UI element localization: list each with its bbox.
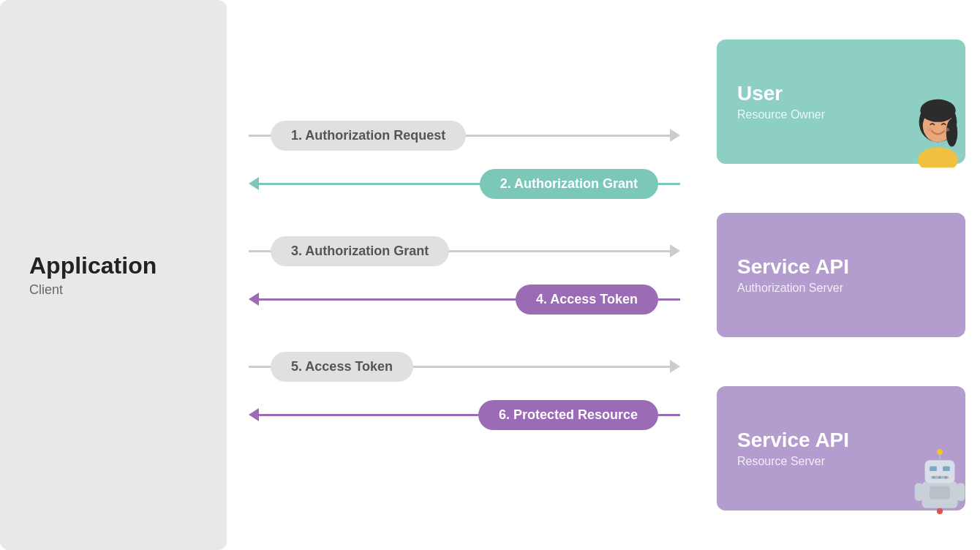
svg-point-6 (943, 127, 949, 131)
svg-rect-12 (943, 467, 950, 472)
arrow-row-5: 5. Access Token (249, 347, 680, 385)
right-seg-4 (658, 298, 680, 301)
right-segment-4 (259, 298, 516, 301)
arrow-protected-resource: 6. Protected Resource (249, 400, 680, 430)
svg-point-14 (932, 476, 935, 478)
left-segment-5 (249, 366, 271, 368)
svg-point-10 (937, 449, 943, 455)
right-segment (466, 135, 670, 137)
arrowhead-right (670, 129, 680, 142)
svg-rect-17 (930, 486, 950, 500)
person-avatar-icon (903, 98, 973, 167)
right-segment-2 (259, 183, 480, 185)
arrow-auth-grant-3: 3. Authorization Grant (249, 236, 680, 266)
left-panel: Application Client (0, 0, 227, 550)
arrow-row-1: 1. Authorization Request (249, 116, 680, 154)
arrow-auth-grant-1: 2. Authorization Grant (249, 169, 680, 199)
robot-avatar-icon (907, 448, 973, 514)
svg-rect-19 (915, 483, 923, 502)
svg-point-16 (945, 476, 947, 478)
flow-section-3: 5. Access Token 6. Protected Resource (249, 347, 680, 434)
arrow-auth-request: 1. Authorization Request (249, 121, 680, 151)
svg-rect-11 (930, 467, 937, 472)
svg-rect-8 (925, 461, 955, 483)
arrowhead-left (249, 177, 259, 190)
right-segment-6 (259, 414, 478, 416)
svg-point-2 (920, 99, 955, 121)
box-auth-subtitle: Authorization Server (737, 282, 945, 295)
arrow-row-6: 6. Protected Resource (249, 396, 680, 434)
pill-auth-grant-1: 2. Authorization Grant (480, 169, 658, 199)
svg-point-3 (946, 118, 958, 146)
middle-area: 1. Authorization Request 2. Authorizatio… (227, 0, 702, 550)
arrow-row-4: 4. Access Token (249, 280, 680, 318)
flow-section-2: 3. Authorization Grant 4. Access Token (249, 232, 680, 318)
pill-protected-resource: 6. Protected Resource (478, 400, 658, 430)
svg-point-18 (937, 508, 943, 514)
left-segment (249, 135, 271, 137)
box-auth-server: Service API Authorization Server (717, 213, 965, 337)
arrow-row-2: 2. Authorization Grant (249, 165, 680, 203)
box-resource-server: Service API Resource Server (717, 386, 965, 511)
app-subtitle: Client (29, 282, 227, 298)
arrowhead-left-4 (249, 293, 259, 306)
svg-point-4 (918, 147, 958, 167)
arrowhead-right-3 (670, 244, 680, 257)
box-user: User Resource Owner (717, 39, 965, 164)
arrow-row-3: 3. Authorization Grant (249, 232, 680, 270)
box-auth-title: Service API (737, 255, 945, 279)
pill-auth-grant-3: 3. Authorization Grant (271, 236, 449, 266)
right-seg-2 (658, 183, 680, 185)
app-title: Application (29, 252, 227, 279)
svg-point-15 (938, 476, 941, 478)
arrowhead-right-5 (670, 360, 680, 373)
arrow-access-token-4: 4. Access Token (249, 285, 680, 314)
pill-auth-request: 1. Authorization Request (271, 121, 466, 151)
right-segment-3 (449, 250, 670, 252)
flow-section-1: 1. Authorization Request 2. Authorizatio… (249, 116, 680, 203)
arrow-access-token-5: 5. Access Token (249, 352, 680, 382)
left-segment-3 (249, 250, 271, 252)
pill-access-token-5: 5. Access Token (271, 352, 413, 382)
arrowhead-left-6 (249, 408, 259, 421)
right-seg-6 (658, 414, 680, 416)
diagram-container: Application Client 1. Authorization Requ… (0, 0, 980, 550)
right-area: User Resource Owner (702, 0, 980, 550)
svg-rect-20 (957, 483, 965, 502)
right-segment-5 (413, 366, 670, 368)
pill-access-token-4: 4. Access Token (516, 285, 658, 314)
svg-point-5 (927, 127, 933, 131)
